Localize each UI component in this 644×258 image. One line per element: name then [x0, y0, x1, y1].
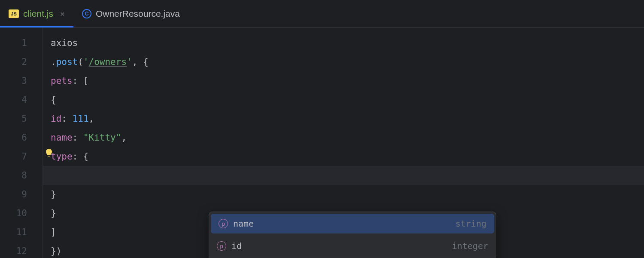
line-number: 7	[0, 147, 43, 166]
tab-bar: JS client.js ✕ C OwnerResource.java	[0, 0, 644, 28]
line-number: 3	[0, 71, 43, 90]
code-content[interactable]: axios .post('/owners', { pets: [ { id: 1…	[43, 28, 644, 258]
line-number: 9	[0, 185, 43, 204]
java-class-icon: C	[82, 9, 91, 18]
completion-item-id[interactable]: p id integer	[209, 235, 496, 257]
property-icon: p	[219, 219, 228, 228]
completion-type: string	[456, 218, 486, 229]
line-number: 12	[0, 242, 43, 258]
completion-item-name[interactable]: p name string	[211, 214, 494, 233]
js-file-icon: JS	[9, 9, 19, 18]
code-line: axios	[51, 34, 644, 52]
tab-label: client.js	[23, 9, 53, 19]
line-gutter: 1 2 3 4 5 6 7 8 9 10 11 12	[0, 28, 43, 258]
line-number: 8	[0, 166, 43, 185]
tab-client-js[interactable]: JS client.js ✕	[0, 0, 73, 27]
tab-owner-resource-java[interactable]: C OwnerResource.java	[73, 0, 188, 27]
completion-type: integer	[452, 241, 488, 251]
code-line: id: 111,	[51, 109, 644, 128]
code-line-active	[43, 166, 644, 185]
code-line: }	[51, 185, 644, 204]
code-line: {	[51, 90, 644, 109]
close-icon[interactable]: ✕	[60, 9, 65, 18]
tab-label: OwnerResource.java	[96, 9, 180, 19]
line-number: 5	[0, 109, 43, 128]
completion-popup: p name string p id integer Press Enter t…	[209, 212, 496, 258]
line-number: 6	[0, 128, 43, 147]
property-icon: p	[217, 241, 226, 251]
line-number: 11	[0, 223, 43, 242]
code-line: pets: [	[51, 71, 644, 90]
line-number: 10	[0, 204, 43, 223]
completion-name: name	[233, 218, 254, 229]
code-line: name: "Kitty",	[51, 128, 644, 147]
line-number: 2	[0, 52, 43, 71]
completion-name: id	[231, 241, 242, 251]
line-number: 4	[0, 90, 43, 109]
code-line: .post('/owners', {	[51, 52, 644, 71]
code-editor[interactable]: 1 2 3 4 5 6 7 8 9 10 11 12 axios .post('…	[0, 28, 644, 258]
line-number: 1	[0, 34, 43, 52]
code-line: type: {	[51, 147, 644, 166]
